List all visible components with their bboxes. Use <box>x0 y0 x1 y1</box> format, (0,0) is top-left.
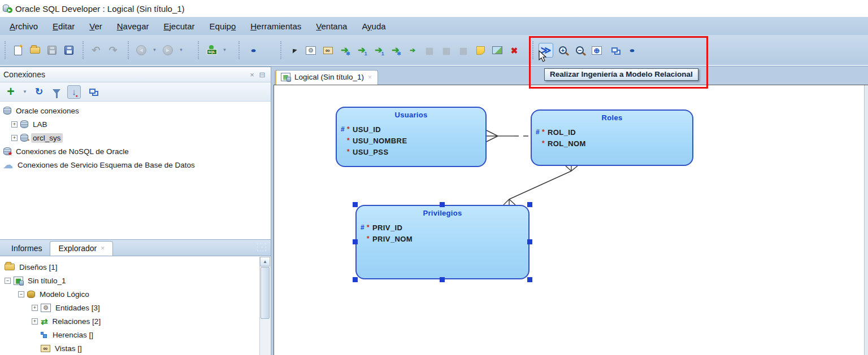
scrollbar-thumb[interactable] <box>261 267 270 319</box>
scroll-up-icon[interactable]: ▲ <box>260 257 270 266</box>
relation-nm-button[interactable]: ➔✻ <box>337 43 352 58</box>
selection-handle[interactable] <box>527 202 532 207</box>
note-button[interactable] <box>473 43 488 58</box>
selection-handle[interactable] <box>527 277 532 282</box>
tree-item-entidades-3[interactable]: +⚙Entidades [3] <box>0 301 258 314</box>
connections-minimize-icon[interactable]: ⊟ <box>257 70 267 79</box>
back-button[interactable]: ◄ <box>134 43 149 58</box>
selection-handle[interactable] <box>440 202 445 207</box>
menu-herramientas[interactable]: Herramientas <box>243 19 309 33</box>
display-button[interactable]: ▦ <box>422 43 437 58</box>
tree-item-herencias[interactable]: Herencias [] <box>0 328 258 341</box>
menu-editar[interactable]: Editar <box>45 19 82 33</box>
back-dropdown-button[interactable]: ▼ <box>151 43 158 58</box>
save-button[interactable] <box>45 43 59 58</box>
selection-handle[interactable] <box>353 202 358 207</box>
relation-1n-button[interactable]: ➔1 <box>354 43 369 58</box>
tree-item-relaciones-2[interactable]: +⇄Relaciones [2] <box>0 314 258 328</box>
expand-icon[interactable]: + <box>32 305 38 311</box>
relationship-usuarios-roles <box>487 130 531 142</box>
relation-1n-id-button[interactable]: ➔1 <box>371 43 386 58</box>
add-connection-button[interactable]: + <box>4 85 18 99</box>
tree-item-label: Vistas [] <box>53 344 84 353</box>
filter-button[interactable] <box>50 85 63 99</box>
resize-button[interactable] <box>606 43 621 58</box>
new-view-button[interactable]: ∞ <box>320 43 335 58</box>
new-entity-button[interactable]: ⚙ <box>303 43 318 58</box>
tab-informes[interactable]: Informes <box>3 242 50 256</box>
save-all-button[interactable] <box>62 43 76 58</box>
tree-item-sin-t-tulo-1[interactable]: −Sin título_1 <box>0 274 258 287</box>
search-binoculars-button[interactable] <box>245 43 259 58</box>
undo-button[interactable]: ↶ <box>89 43 103 58</box>
new-file-button[interactable]: ✦ <box>11 43 25 58</box>
delete-button[interactable]: ✖ <box>507 43 522 58</box>
new-file-icon: ✦ <box>14 46 22 55</box>
tree-item-dise-os-1[interactable]: Diseños [1] <box>0 260 258 274</box>
tree-item-lab[interactable]: +LAB <box>0 117 271 131</box>
relations-icon: ⇄ <box>41 317 48 326</box>
explorer-scrollbar[interactable]: ▲ <box>259 257 270 355</box>
collapse-icon[interactable]: − <box>5 278 11 284</box>
zoom-out-button[interactable]: − <box>572 43 587 58</box>
menu-equipo[interactable]: Equipo <box>202 19 244 33</box>
menu-ayuda[interactable]: Ayuda <box>354 19 393 33</box>
tree-item-conexiones-de-servicio-esquema-de-base-de-datos[interactable]: ☁Conexiones de Servicio Esquema de Base … <box>0 158 271 172</box>
tree-item-vistas[interactable]: ∞Vistas [] <box>0 341 258 355</box>
sql-connections-button[interactable]: SQL <box>204 43 219 58</box>
display-delete-button[interactable]: ▦ <box>456 43 471 58</box>
relation-nm-opt-button[interactable]: ➔✻ <box>388 43 403 58</box>
fit-screen-button[interactable]: ⊕ <box>589 43 604 58</box>
selection-handle[interactable] <box>527 239 532 244</box>
connections-dropdown-button[interactable]: ▼ <box>221 43 228 58</box>
selection-handle[interactable] <box>353 239 358 244</box>
tree-item-conexiones-de-nosql-de-oracle[interactable]: ★Conexiones de NoSQL de Oracle <box>0 144 271 158</box>
expand-icon[interactable]: + <box>11 121 18 128</box>
tree-item-orcl-sys[interactable]: +▪orcl_sys <box>0 131 271 144</box>
expand-icon[interactable]: + <box>32 318 38 325</box>
selection-handle[interactable] <box>440 277 445 282</box>
expand-icon[interactable]: + <box>11 135 18 141</box>
entity-privilegios[interactable]: Privilegios#*PRIV_ID*PRIV_NOM <box>355 205 530 279</box>
menu-ver[interactable]: Ver <box>82 19 110 33</box>
sort-button[interactable]: ↓● <box>67 85 81 99</box>
refresh-button[interactable]: ↻ <box>32 85 46 99</box>
menu-archivo[interactable]: Archivo <box>2 19 45 33</box>
explorer-minimize-icon[interactable]: ▪ <box>257 243 266 251</box>
collapse-icon[interactable]: − <box>18 291 24 297</box>
menu-ventana[interactable]: Ventana <box>309 19 354 33</box>
diagram-canvas[interactable]: Usuarios#*USU_ID*USU_NOMBRE*USU_PSSRoles… <box>274 85 868 355</box>
display-delete-icon: ▦ <box>459 46 467 55</box>
open-folder-button[interactable] <box>28 43 42 58</box>
display-add-button[interactable]: ▦ <box>439 43 454 58</box>
add-connection-dropdown-button[interactable]: ▼ <box>21 85 28 99</box>
connections-close-icon[interactable]: × <box>247 70 257 79</box>
selection-handle[interactable] <box>353 277 358 282</box>
select-arrow-button[interactable] <box>287 43 301 58</box>
redo-button[interactable]: ↷ <box>106 43 120 58</box>
tab-logical-sin-titulo-1[interactable]: Logical (Sin título_1) × <box>275 70 378 85</box>
zoom-in-button[interactable]: + <box>555 43 570 58</box>
display-icon: ▦ <box>426 46 433 55</box>
image-button[interactable] <box>490 43 505 58</box>
entity-usuarios[interactable]: Usuarios#*USU_ID*USU_NOMBRE*USU_PSS <box>336 107 487 167</box>
entity-title: Roles <box>532 113 692 122</box>
search-diagram-button[interactable] <box>623 43 638 58</box>
cascade-button[interactable] <box>85 85 98 99</box>
tree-item-modelo-l-gico[interactable]: −Modelo Lógico <box>0 287 258 301</box>
tab-explorador[interactable]: Explorador× <box>50 241 113 256</box>
design-icon <box>14 277 23 285</box>
forward-dropdown-button[interactable]: ▼ <box>177 43 185 58</box>
forward-button[interactable]: ► <box>160 43 175 58</box>
tab-close-icon[interactable]: × <box>101 244 105 252</box>
menu-navegar[interactable]: Navegar <box>110 19 157 33</box>
tab-close-icon[interactable]: × <box>368 73 372 81</box>
tree-item-oracle-conexiones[interactable]: Oracle conexiones <box>0 104 271 117</box>
redo-icon: ↷ <box>108 45 117 55</box>
undo-icon: ↶ <box>92 45 100 55</box>
relation-1n-id-icon: ➔1 <box>375 46 382 55</box>
entity-roles[interactable]: Roles#*ROL_ID*ROL_NOM <box>531 109 693 166</box>
menu-ejecutar[interactable]: Ejecutar <box>156 19 202 33</box>
attribute-label: PRIV_NOM <box>372 235 413 243</box>
fk-arrow-button[interactable]: ➔ <box>405 43 420 58</box>
